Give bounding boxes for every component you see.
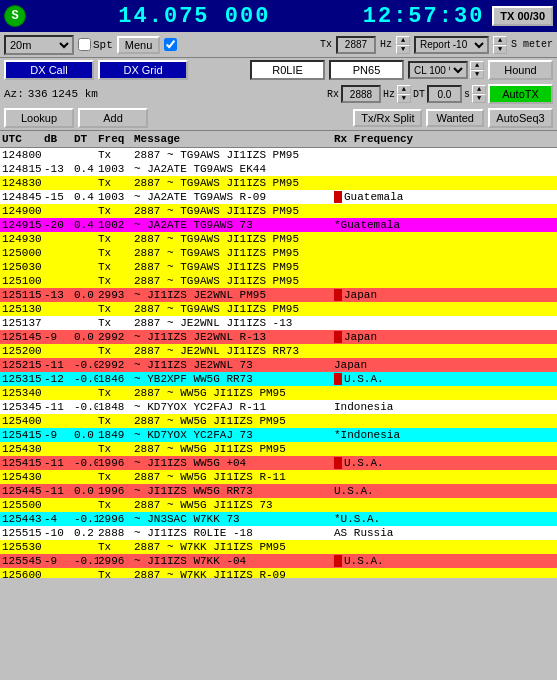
table-row[interactable]: 125030Tx2887 ~ TG9AWS JI1IZS PM95 <box>0 260 557 274</box>
dx-grid-button[interactable]: DX Grid <box>98 60 188 80</box>
tx-freq-dn[interactable]: ▼ <box>396 45 410 54</box>
table-row[interactable]: 125340Tx2887 ~ WW5G JI1IZS PM95 <box>0 386 557 400</box>
table-row[interactable]: 125430Tx2887 ~ WW5G JI1IZS PM95 <box>0 442 557 456</box>
cl-group: CL 100 % ▲ ▼ <box>408 61 484 79</box>
cell-message: ~ JI1IZS WW5G +04 <box>134 457 334 469</box>
cl-select[interactable]: CL 100 % <box>408 61 468 79</box>
table-row[interactable]: 124900Tx2887 ~ TG9AWS JI1IZS PM95 <box>0 204 557 218</box>
hound-button[interactable]: Hound <box>488 60 553 80</box>
table-row[interactable]: 124800Tx2887 ~ TG9AWS JI1IZS PM95 <box>0 148 557 162</box>
table-row[interactable]: 125130Tx2887 ~ TG9AWS JI1IZS PM95 <box>0 302 557 316</box>
table-row[interactable]: 125215-11-0.02992~ JI1IZS JE2WNL 73Japan <box>0 358 557 372</box>
cell-rxfreq: Japan <box>334 331 555 343</box>
table-row[interactable]: 125445-110.01996~ JI1IZS WW5G RR73U.S.A. <box>0 484 557 498</box>
cell-message: ~ YB2XPF WW5G RR73 <box>134 373 334 385</box>
cell-message: ~ JI1IZS W7KK -04 <box>134 555 334 567</box>
cell-utc: 125415 <box>2 429 44 441</box>
cell-utc: 125515 <box>2 527 44 539</box>
controls-row4: Az: 336 1245 km Rx Hz ▲ ▼ DT s ▲ ▼ AutoT… <box>0 82 557 106</box>
table-row[interactable]: 125545-9-0.12996~ JI1IZS W7KK -04U.S.A. <box>0 554 557 568</box>
cell-utc: 125545 <box>2 555 44 567</box>
header-freq: Freq <box>98 133 134 145</box>
rx-freq-spinner[interactable]: ▲ ▼ <box>397 85 411 103</box>
table-row[interactable]: 125430Tx2887 ~ WW5G JI1IZS R-11 <box>0 470 557 484</box>
table-row[interactable]: 125115-130.02993~ JI1IZS JE2WNL PM95Japa… <box>0 288 557 302</box>
message-list[interactable]: 124800Tx2887 ~ TG9AWS JI1IZS PM95124815-… <box>0 148 557 578</box>
menu-button[interactable]: Menu <box>117 36 161 54</box>
menu-checkbox-label[interactable] <box>164 38 177 51</box>
tx-button[interactable]: TX 00/30 <box>492 6 553 26</box>
cell-message: ~ JI1IZS R0LIE -18 <box>134 527 334 539</box>
cell-utc: 124900 <box>2 205 44 217</box>
dt-dn[interactable]: ▼ <box>472 94 486 103</box>
autotx-button[interactable]: AutoTX <box>488 84 553 104</box>
txrx-split-button[interactable]: Tx/Rx Split <box>353 109 422 127</box>
row5-right: Tx/Rx Split Wanted AutoSeq3 <box>353 108 553 128</box>
add-button[interactable]: Add <box>78 108 148 128</box>
cell-dt: -0.0 <box>74 457 98 469</box>
table-row[interactable]: 125145-90.02992~ JI1IZS JE2WNL R-13Japan <box>0 330 557 344</box>
report-spinner[interactable]: ▲ ▼ <box>493 36 507 54</box>
tx-freq-up[interactable]: ▲ <box>396 36 410 45</box>
table-row[interactable]: 125415-11-0.01996~ JI1IZS WW5G +04U.S.A. <box>0 456 557 470</box>
table-row[interactable]: 125400Tx2887 ~ WW5G JI1IZS PM95 <box>0 414 557 428</box>
spt-checkbox-label[interactable]: Spt <box>78 38 113 51</box>
table-row[interactable]: 125600Tx2887 ~ W7KK JI1IZS R-09 <box>0 568 557 578</box>
cell-db: -13 <box>44 289 74 301</box>
table-row[interactable]: 125315-12-0.01846~ YB2XPF WW5G RR73U.S.A… <box>0 372 557 386</box>
cl-up[interactable]: ▲ <box>470 61 484 70</box>
report-up[interactable]: ▲ <box>493 36 507 45</box>
cell-rxfreq: U.S.A. <box>334 555 555 567</box>
cell-db: -13 <box>44 163 74 175</box>
dt-input[interactable] <box>427 85 462 103</box>
rx-dn[interactable]: ▼ <box>397 94 411 103</box>
table-row[interactable]: 124845-150.41003~ JA2ATE TG9AWS R-09Guat… <box>0 190 557 204</box>
table-row[interactable]: 124815-130.41003~ JA2ATE TG9AWS EK44 <box>0 162 557 176</box>
dt-spinner[interactable]: ▲ ▼ <box>472 85 486 103</box>
wanted-button[interactable]: Wanted <box>426 109 484 127</box>
tx-freq-input[interactable] <box>336 36 376 54</box>
rx-freq-input[interactable] <box>341 85 381 103</box>
s-button[interactable]: S <box>4 5 26 27</box>
controls-row2: 20m Spt Menu Tx Hz ▲ ▼ Report -10 ▲ ▼ S … <box>0 32 557 58</box>
autoseq3-button[interactable]: AutoSeq3 <box>488 108 553 128</box>
cl-dn[interactable]: ▼ <box>470 70 484 79</box>
az-value: 336 <box>28 88 48 100</box>
table-row[interactable]: 125137Tx2887 ~ JE2WNL JI1IZS -13 <box>0 316 557 330</box>
tx-freq-spinner[interactable]: ▲ ▼ <box>396 36 410 54</box>
dt-up[interactable]: ▲ <box>472 85 486 94</box>
table-row[interactable]: 125000Tx2887 ~ TG9AWS JI1IZS PM95 <box>0 246 557 260</box>
cell-message: 2887 ~ WW5G JI1IZS 73 <box>134 499 334 511</box>
table-row[interactable]: 125200Tx2887 ~ JE2WNL JI1IZS RR73 <box>0 344 557 358</box>
lookup-button[interactable]: Lookup <box>4 108 74 128</box>
table-row[interactable]: 125345-11-0.01848~ KD7YOX YC2FAJ R-11Ind… <box>0 400 557 414</box>
cl-spinner[interactable]: ▲ ▼ <box>470 61 484 79</box>
cell-dt: 0.4 <box>74 191 98 203</box>
table-row[interactable]: 125415-90.01849~ KD7YOX YC2FAJ 73*Indone… <box>0 428 557 442</box>
cell-utc: 124800 <box>2 149 44 161</box>
top-bar: S 14.075 000 12:57:30 TX 00/30 <box>0 0 557 32</box>
table-row[interactable]: 125530Tx2887 ~ W7KK JI1IZS PM95 <box>0 540 557 554</box>
call-input[interactable] <box>250 60 325 80</box>
table-row[interactable]: 124830Tx2887 ~ TG9AWS JI1IZS PM95 <box>0 176 557 190</box>
dx-call-button[interactable]: DX Call <box>4 60 94 80</box>
grid-input[interactable] <box>329 60 404 80</box>
report-dn[interactable]: ▼ <box>493 45 507 54</box>
rx-up[interactable]: ▲ <box>397 85 411 94</box>
table-row[interactable]: 125100Tx2887 ~ TG9AWS JI1IZS PM95 <box>0 274 557 288</box>
report-select[interactable]: Report -10 <box>414 36 489 54</box>
cell-freq: 1848 <box>98 401 134 413</box>
table-row[interactable]: 124915-200.41002~ JA2ATE TG9AWS 73*Guate… <box>0 218 557 232</box>
spt-checkbox[interactable] <box>78 38 91 51</box>
table-row[interactable]: 125515-100.22888~ JI1IZS R0LIE -18AS Rus… <box>0 526 557 540</box>
dt-label: DT <box>413 89 425 100</box>
band-select[interactable]: 20m <box>4 35 74 55</box>
cell-utc: 125443 <box>2 513 44 525</box>
table-row[interactable]: 125443-4-0.12996~ JN3SAC W7KK 73*U.S.A. <box>0 512 557 526</box>
cell-dt: -0.0 <box>74 359 98 371</box>
cell-db: -11 <box>44 359 74 371</box>
cell-utc: 125000 <box>2 247 44 259</box>
table-row[interactable]: 124930Tx2887 ~ TG9AWS JI1IZS PM95 <box>0 232 557 246</box>
menu-checkbox[interactable] <box>164 38 177 51</box>
table-row[interactable]: 125500Tx2887 ~ WW5G JI1IZS 73 <box>0 498 557 512</box>
